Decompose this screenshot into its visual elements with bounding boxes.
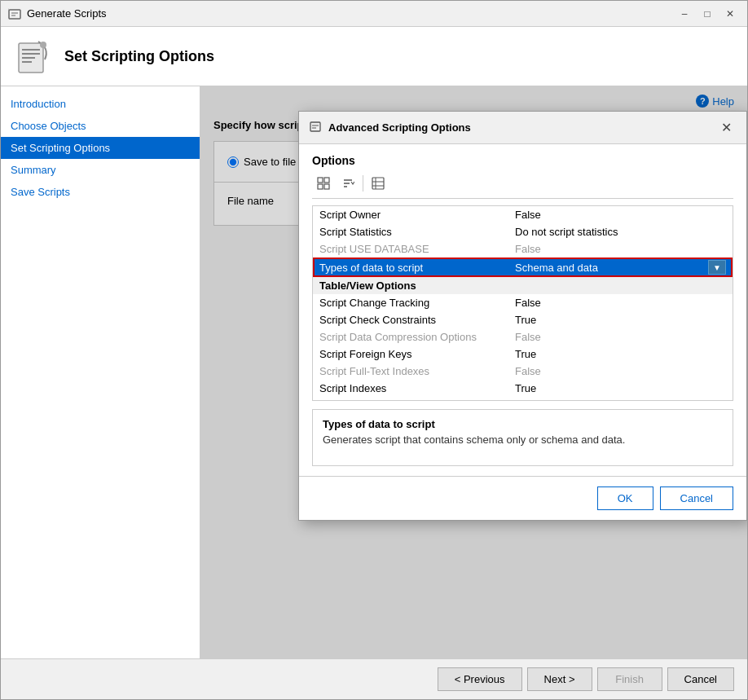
- option-name: Script USE DATABASE: [313, 240, 508, 258]
- option-value: True: [508, 397, 733, 401]
- window-icon: [7, 7, 22, 21]
- option-value: Do not script statistics: [508, 223, 733, 240]
- table-row[interactable]: Script Statistics Do not script statisti…: [313, 223, 733, 240]
- svg-rect-5: [324, 178, 329, 183]
- sort-button[interactable]: [337, 174, 359, 193]
- table-row[interactable]: Script Data Compression Options False: [313, 328, 733, 346]
- sidebar-item-save-scripts[interactable]: Save Scripts: [1, 181, 200, 203]
- modal-overlay: Advanced Scripting Options ✕ Options: [200, 86, 747, 658]
- option-name: Script Owner: [313, 206, 508, 223]
- cancel-modal-button[interactable]: Cancel: [660, 486, 733, 510]
- sidebar-item-summary[interactable]: Summary: [1, 159, 200, 181]
- option-name: Script Change Tracking: [313, 294, 508, 311]
- table-row[interactable]: Script Change Tracking False: [313, 294, 733, 311]
- option-value: False: [508, 294, 733, 311]
- header-icon: [14, 37, 53, 76]
- finish-button[interactable]: Finish: [597, 667, 662, 691]
- modal-close-button[interactable]: ✕: [716, 118, 737, 137]
- option-name: Script Primary Keys: [313, 397, 508, 401]
- page-title: Set Scripting Options: [64, 48, 214, 65]
- svg-rect-4: [318, 178, 323, 183]
- section-title: Table/View Options: [313, 277, 733, 294]
- description-box: Types of data to script Generates script…: [312, 409, 733, 466]
- options-table: Script Owner False Script Statistics Do …: [313, 206, 733, 401]
- minimize-button[interactable]: –: [674, 5, 695, 23]
- grid-view-button[interactable]: [312, 174, 335, 193]
- list-view-button[interactable]: [367, 174, 389, 193]
- sidebar-item-choose-objects[interactable]: Choose Objects: [1, 115, 200, 137]
- option-value: True: [508, 380, 733, 397]
- maximize-button[interactable]: □: [697, 5, 718, 23]
- table-row-selected[interactable]: Types of data to script Schema and data …: [313, 258, 733, 277]
- option-name: Script Foreign Keys: [313, 346, 508, 363]
- description-title: Types of data to script: [323, 418, 723, 430]
- title-bar: Generate Scripts – □ ✕: [1, 1, 747, 27]
- table-row[interactable]: Script Primary Keys True: [313, 397, 733, 401]
- main-content: Introduction Choose Objects Set Scriptin…: [1, 86, 747, 658]
- advanced-scripting-options-modal: Advanced Scripting Options ✕ Options: [298, 111, 747, 521]
- toolbar-separator: [363, 175, 363, 192]
- table-section-header: Table/View Options: [313, 277, 733, 294]
- content-area: ? Help Specify how scripts should be sav…: [200, 86, 747, 658]
- main-window: Generate Scripts – □ ✕ Set Scripting Opt…: [0, 0, 748, 700]
- cancel-button[interactable]: Cancel: [667, 667, 734, 691]
- option-name: Script Statistics: [313, 223, 508, 240]
- sidebar-item-introduction[interactable]: Introduction: [1, 93, 200, 115]
- table-row[interactable]: Script Foreign Keys True: [313, 346, 733, 363]
- modal-title-bar: Advanced Scripting Options ✕: [299, 112, 746, 144]
- table-row[interactable]: Script Owner False: [313, 206, 733, 223]
- dropdown-arrow-icon[interactable]: ▼: [708, 260, 726, 275]
- next-button[interactable]: Next >: [527, 667, 592, 691]
- options-title: Options: [312, 154, 733, 167]
- option-value: False: [508, 240, 733, 258]
- modal-body: Options: [299, 144, 746, 476]
- svg-rect-6: [318, 184, 323, 189]
- option-value: True: [508, 346, 733, 363]
- svg-rect-3: [310, 122, 320, 131]
- modal-icon: [309, 120, 322, 135]
- option-value: Schema and data ▼: [508, 258, 733, 277]
- ok-button[interactable]: OK: [597, 486, 653, 510]
- option-value: False: [508, 328, 733, 346]
- svg-point-2: [40, 42, 46, 48]
- option-name: Script Full-Text Indexes: [313, 363, 508, 380]
- sidebar-item-set-scripting-options[interactable]: Set Scripting Options: [1, 137, 200, 159]
- table-row[interactable]: Script USE DATABASE False: [313, 240, 733, 258]
- svg-rect-0: [9, 10, 20, 19]
- option-name: Script Data Compression Options: [313, 328, 508, 346]
- option-name: Types of data to script: [313, 258, 508, 277]
- sidebar: Introduction Choose Objects Set Scriptin…: [1, 86, 200, 658]
- table-row[interactable]: Script Indexes True: [313, 380, 733, 397]
- option-name: Script Indexes: [313, 380, 508, 397]
- option-value: False: [508, 206, 733, 223]
- modal-title-content: Advanced Scripting Options: [309, 120, 471, 135]
- window-title: Generate Scripts: [27, 7, 674, 20]
- bottom-bar: < Previous Next > Finish Cancel: [1, 658, 747, 699]
- table-row[interactable]: Script Full-Text Indexes False: [313, 363, 733, 380]
- options-toolbar: [312, 174, 733, 199]
- option-value: True: [508, 311, 733, 328]
- option-name: Script Check Constraints: [313, 311, 508, 328]
- window-controls: – □ ✕: [674, 5, 741, 23]
- description-text: Generates script that contains schema on…: [323, 434, 723, 446]
- option-value: False: [508, 363, 733, 380]
- previous-button[interactable]: < Previous: [438, 667, 522, 691]
- modal-footer: OK Cancel: [299, 476, 746, 520]
- modal-title: Advanced Scripting Options: [328, 121, 471, 134]
- svg-rect-8: [372, 178, 384, 189]
- svg-rect-7: [324, 184, 329, 189]
- close-button[interactable]: ✕: [719, 5, 741, 23]
- header: Set Scripting Options: [1, 27, 747, 86]
- table-row[interactable]: Script Check Constraints True: [313, 311, 733, 328]
- options-table-container[interactable]: Script Owner False Script Statistics Do …: [312, 205, 733, 401]
